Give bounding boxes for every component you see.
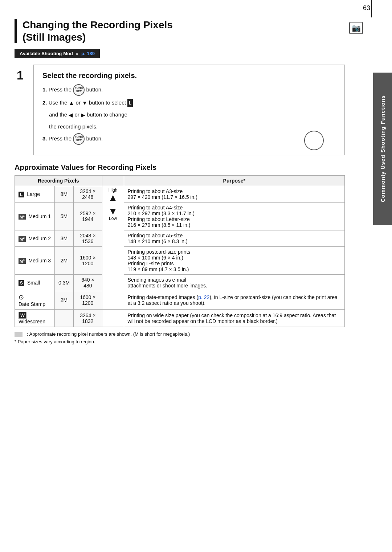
purpose-medium1: Printing to about A4-size210 × 297 mm (8… — [124, 203, 344, 230]
res-medium2: 2048 × 1536 — [74, 230, 102, 247]
label-large: Large — [27, 191, 40, 197]
col-header-purpose: Purpose* — [124, 176, 344, 186]
or-text-1: or — [76, 99, 81, 106]
down-arrow-icon: ▼ — [82, 100, 87, 106]
purpose-widescreen: Printing on wide size paper (you can che… — [124, 310, 344, 327]
mp-datestamp: 2M — [54, 291, 73, 310]
up-arrow-icon: ▲ — [69, 100, 74, 106]
arrow-header — [102, 176, 124, 186]
icon-medium2: M2 — [19, 236, 26, 242]
purpose-medium3: Printing postcard-size prints148 × 100 m… — [124, 247, 344, 275]
table-row-large: L Large 8M 3264 × 2448 High ▲ ▼ — [15, 186, 345, 203]
icon-datestamp: ⊙ — [19, 293, 24, 301]
icon-small: S — [19, 280, 24, 286]
res-small: 640 × 480 — [74, 275, 102, 291]
svg-point-0 — [305, 131, 323, 150]
step-1-item-4: the recording pixels. — [42, 122, 336, 131]
res-large: 3264 × 2448 — [74, 186, 102, 203]
asterisk-note: * Paper sizes vary according to region. — [15, 339, 345, 344]
right-arrow-icon: ▶ — [81, 112, 85, 118]
icon-medium1: M1 — [19, 214, 26, 220]
step-1-item-3: and the ◀ or ▶ button to change — [42, 110, 336, 120]
approx-title: Approximate Values for Recording Pixels — [15, 163, 345, 172]
avail-page-ref: p. 189 — [81, 51, 95, 56]
or-text-2: or — [74, 111, 79, 118]
purpose-small: Sending images as e-mailattachments or s… — [124, 275, 344, 291]
purpose-datestamp: Printing date-stamped images (p. 22), in… — [124, 291, 344, 310]
table-row-medium3: M3 Medium 3 2M 1600 × 1200 Printing post… — [15, 247, 345, 275]
res-datestamp: 1600 × 1200 — [74, 291, 102, 310]
purpose-medium2: Printing to about A5-size148 × 210 mm (6… — [124, 230, 344, 247]
table-row-widescreen: W Widescreen 3264 × 1832 Printing on wid… — [15, 310, 345, 327]
avail-bar-text: Available Shooting Mod — [20, 51, 73, 56]
label-medium2: Medium 2 — [29, 236, 51, 241]
step-1-item-2: 2. Use the ▲ or ▼ button to select L — [42, 98, 336, 108]
label-datestamp: Date Stamp — [19, 301, 51, 307]
step-1-section: Select the recording pixels. 1. Press th… — [33, 65, 345, 155]
mp-medium2: 3M — [54, 230, 73, 247]
label-widescreen: Widescreen — [19, 319, 45, 324]
mp-widescreen — [54, 310, 73, 327]
circle-diagram — [303, 130, 325, 151]
label-medium3: Medium 3 — [29, 258, 51, 263]
table-outer: Recording Pixels Purpose* L Large 8M 326… — [15, 175, 345, 327]
sidebar-tab-label: Commonly Used Shooting Functions — [380, 95, 386, 202]
sidebar-tab: Commonly Used Shooting Functions — [373, 73, 392, 225]
table-row-datestamp: ⊙ Date Stamp 2M 1600 × 1200 Printing dat… — [15, 291, 345, 310]
mp-medium3: 2M — [54, 247, 73, 275]
avail-shooting-bar: Available Shooting Mod » p. 189 — [15, 47, 345, 65]
res-medium3: 1600 × 1200 — [74, 247, 102, 275]
label-small: Small — [27, 280, 40, 286]
icon-widescreen: W — [19, 312, 26, 319]
res-medium1: 2592 × 1944 — [74, 203, 102, 230]
mp-medium1: 5M — [54, 203, 73, 230]
table-row-medium1: M1 Medium 1 5M 2592 × 1944 Printing to a… — [15, 203, 345, 230]
func-btn-1: FUNCSET — [73, 84, 85, 96]
page-number: 63 — [357, 4, 370, 12]
footer-note-text: : Approximate recording pixel numbers ar… — [27, 331, 190, 337]
left-arrow-icon: ◀ — [69, 112, 73, 118]
mp-small: 0.3M — [54, 275, 73, 291]
step-1-wrapper: 1 Select the recording pixels. 1. Press … — [15, 65, 345, 155]
step-1-item-1: 1. Press the FUNCSET button. — [42, 84, 336, 96]
step-1-item-5: 3. Press the FUNCSET button. — [42, 133, 336, 145]
table-row-medium2: M2 Medium 2 3M 2048 × 1536 Printing to a… — [15, 230, 345, 247]
up-down-arrow: ▲ ▼ — [108, 193, 118, 216]
chevrons-icon: » — [76, 51, 78, 56]
recording-pixels-table: Recording Pixels Purpose* L Large 8M 326… — [15, 175, 345, 327]
page-title-section: Changing the Recording Pixels (Still Ima… — [15, 19, 345, 43]
gray-box-icon — [15, 332, 23, 337]
purpose-large: Printing to about A3-size297 × 420 mm (1… — [124, 186, 344, 203]
p22-link: p. 22 — [198, 294, 209, 300]
page-title: Changing the Recording Pixels (Still Ima… — [23, 19, 345, 43]
label-medium1: Medium 1 — [29, 213, 51, 219]
mp-large: 8M — [54, 186, 73, 203]
step-1-body: 1. Press the FUNCSET button. 2. Use the … — [42, 84, 336, 145]
table-row-small: S Small 0.3M 640 × 480 Sending images as… — [15, 275, 345, 291]
footer-note: : Approximate recording pixel numbers ar… — [15, 331, 345, 337]
low-label: Low — [109, 216, 117, 221]
res-widescreen: 3264 × 1832 — [74, 310, 102, 327]
func-btn-2: FUNCSET — [73, 133, 85, 145]
icon-medium3: M3 — [19, 258, 26, 264]
camera-icon — [349, 22, 363, 34]
approx-section: Approximate Values for Recording Pixels … — [15, 163, 345, 344]
icon-large: L — [19, 192, 24, 197]
l-icon: L — [127, 99, 133, 107]
step-1-title: Select the recording pixels. — [42, 71, 336, 80]
col-header-recpix: Recording Pixels — [15, 176, 102, 186]
step-number-1: 1 — [17, 68, 24, 82]
